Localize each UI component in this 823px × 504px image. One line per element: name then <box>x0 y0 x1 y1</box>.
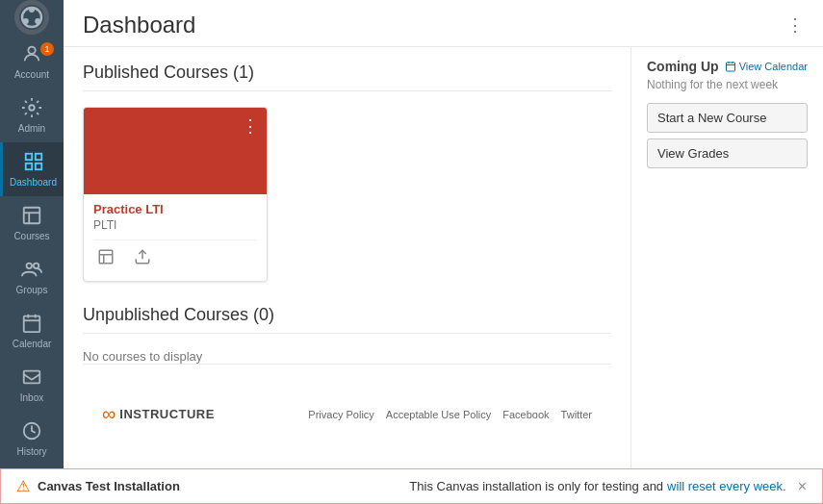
groups-icon <box>21 259 42 283</box>
svg-rect-10 <box>25 163 31 168</box>
sidebar-item-calendar[interactable]: Calendar <box>0 304 64 358</box>
sidebar-item-dashboard[interactable]: Dashboard <box>0 142 64 196</box>
inbox-icon <box>21 366 42 391</box>
notification-bar: ⚠ Canvas Test Installation This Canvas i… <box>0 468 823 504</box>
instructure-infinity-icon: ∞ <box>102 403 116 425</box>
svg-rect-12 <box>24 207 40 223</box>
svg-point-4 <box>35 18 40 24</box>
sidebar: 1 Account Admin Dashboard <box>0 0 64 468</box>
account-icon <box>21 43 42 67</box>
coming-up-header: Coming Up View Calendar <box>647 59 808 74</box>
courses-grid: ⋮ Practice LTI PLTI <box>83 107 611 282</box>
svg-point-3 <box>29 7 35 13</box>
sidebar-item-admin[interactable]: Admin <box>0 88 64 142</box>
svg-rect-9 <box>35 153 40 159</box>
courses-icon <box>21 205 42 229</box>
sidebar-item-groups[interactable]: Groups <box>0 250 64 304</box>
svg-point-15 <box>27 263 33 268</box>
account-badge: 1 <box>40 42 54 56</box>
notification-message: This Canvas installation is only for tes… <box>409 479 663 493</box>
page-footer: ∞ INSTRUCTURE Privacy Policy Acceptable … <box>83 364 611 435</box>
view-grades-button[interactable]: View Grades <box>647 139 808 168</box>
sidebar-item-admin-label: Admin <box>18 123 45 135</box>
course-card-body: Practice LTI PLTI <box>84 194 267 281</box>
svg-rect-11 <box>35 163 40 168</box>
svg-point-7 <box>29 105 35 111</box>
unpublished-courses-title: Unpublished Courses (0) <box>83 305 611 334</box>
notification-right: This Canvas installation is only for tes… <box>409 478 807 495</box>
main-content: Published Courses (1) ⋮ Practice LTI PLT… <box>64 47 630 468</box>
instructure-logo-text: INSTRUCTURE <box>119 407 215 421</box>
footer-twitter[interactable]: Twitter <box>561 409 592 420</box>
sidebar-item-account[interactable]: 1 Account <box>0 35 64 88</box>
page-header: Dashboard ⋮ <box>64 0 823 47</box>
main-area: Dashboard ⋮ Published Courses (1) ⋮ Prac… <box>64 0 823 468</box>
sidebar-item-groups-label: Groups <box>16 285 48 296</box>
svg-rect-17 <box>24 315 40 332</box>
svg-point-6 <box>28 46 35 53</box>
sidebar-item-inbox-label: Inbox <box>20 392 43 404</box>
sidebar-item-history[interactable]: History <box>0 412 64 466</box>
header-menu-button[interactable]: ⋮ <box>786 14 804 36</box>
calendar-icon <box>21 313 42 337</box>
sidebar-item-history-label: History <box>16 446 46 458</box>
notification-close-button[interactable]: × <box>798 478 807 495</box>
course-card-practice-lti[interactable]: ⋮ Practice LTI PLTI <box>83 107 268 282</box>
svg-rect-25 <box>99 250 113 264</box>
svg-point-5 <box>23 18 29 24</box>
footer-facebook[interactable]: Facebook <box>502 409 549 420</box>
course-share-button[interactable] <box>130 244 155 273</box>
coming-up-title: Coming Up <box>647 59 719 74</box>
no-courses-text: No courses to display <box>83 349 611 364</box>
content-area: Published Courses (1) ⋮ Practice LTI PLT… <box>64 47 823 468</box>
page-title: Dashboard <box>83 12 195 38</box>
right-panel: Coming Up View Calendar Nothing for the … <box>630 47 823 468</box>
course-card-subtitle: PLTI <box>93 218 257 232</box>
footer-acceptable-use[interactable]: Acceptable Use Policy <box>386 409 491 420</box>
course-card-title[interactable]: Practice LTI <box>93 202 257 216</box>
course-card-menu-button[interactable]: ⋮ <box>242 115 259 137</box>
start-new-course-button[interactable]: Start a New Course <box>647 103 808 133</box>
svg-rect-8 <box>25 153 31 159</box>
sidebar-item-courses-label: Courses <box>13 231 49 242</box>
dashboard-icon <box>23 151 44 175</box>
admin-icon <box>21 97 42 121</box>
footer-links: Privacy Policy Acceptable Use Policy Fac… <box>308 409 592 420</box>
view-calendar-label: View Calendar <box>739 61 808 72</box>
notification-title: Canvas Test Installation <box>38 479 180 493</box>
notification-left: ⚠ Canvas Test Installation <box>16 477 180 495</box>
instructure-logo: ∞ INSTRUCTURE <box>102 403 215 425</box>
footer-privacy-policy[interactable]: Privacy Policy <box>308 409 373 420</box>
history-icon <box>21 420 42 444</box>
sidebar-item-courses[interactable]: Courses <box>0 196 64 250</box>
nothing-next-week-text: Nothing for the next week <box>647 78 808 91</box>
sidebar-item-inbox[interactable]: Inbox <box>0 358 64 412</box>
course-card-image: ⋮ <box>84 108 267 194</box>
sidebar-item-help[interactable]: Help <box>0 466 64 468</box>
sidebar-item-dashboard-label: Dashboard <box>10 177 57 189</box>
notification-warning-icon: ⚠ <box>16 477 30 495</box>
course-publish-button[interactable] <box>93 244 118 273</box>
notification-reset-link[interactable]: will reset every week. <box>667 479 786 493</box>
sidebar-item-account-label: Account <box>14 69 49 81</box>
sidebar-logo[interactable] <box>0 0 64 35</box>
svg-rect-29 <box>726 63 734 71</box>
published-courses-title: Published Courses (1) <box>83 63 611 91</box>
sidebar-item-calendar-label: Calendar <box>13 339 52 350</box>
view-calendar-link[interactable]: View Calendar <box>725 61 808 72</box>
course-card-actions <box>93 239 257 273</box>
